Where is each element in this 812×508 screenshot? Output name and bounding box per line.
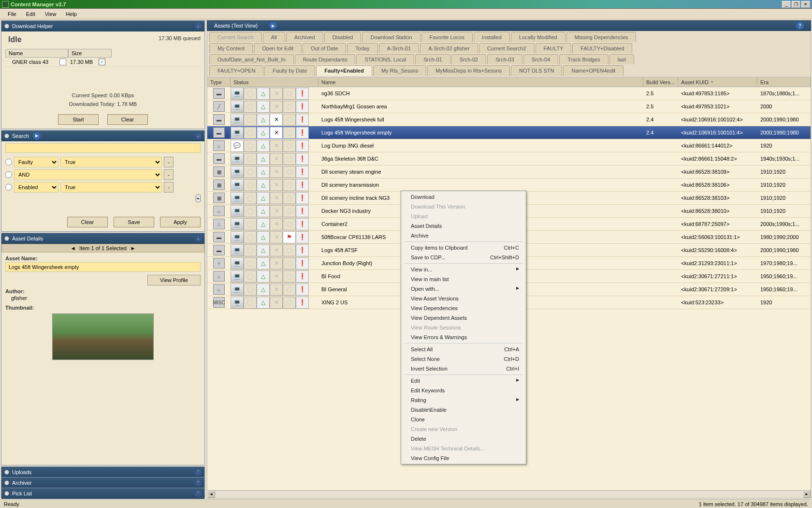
collapse-icon[interactable]: ⌄ [195, 23, 202, 30]
ctx-view-dependent-assets[interactable]: View Dependent Assets [402, 313, 525, 323]
menu-edit[interactable]: Edit [21, 10, 40, 18]
tab-open-for-edit[interactable]: Open for Edit [254, 43, 302, 53]
search-value-2[interactable]: True [60, 182, 162, 193]
tab-my-content[interactable]: My Content [209, 43, 253, 53]
tab-not-dls-stn[interactable]: NOT DLS STN [511, 65, 563, 76]
tab-last[interactable]: last [609, 54, 634, 64]
asset-name-value[interactable]: Logs 45ft Wingersheek empty [5, 262, 201, 272]
search-field-1[interactable]: Faulty [14, 157, 58, 167]
assets-play-icon[interactable]: ▶ [269, 22, 277, 30]
ctx-archive[interactable]: Archive [402, 231, 525, 240]
ctx-rating[interactable]: Rating▶ [402, 395, 525, 405]
search-clear-button[interactable]: Clear [67, 217, 108, 227]
download-helper-header[interactable]: Download Helper ⌄ [1, 21, 204, 31]
collapse-icon[interactable]: ⌄ [195, 235, 202, 242]
tab-srch-04[interactable]: Srch-04 [523, 54, 559, 64]
tab-current-search[interactable]: Current Search [209, 32, 262, 42]
prev-icon[interactable]: ◄ [70, 245, 76, 251]
ctx-view-errors-warnings[interactable]: View Errors & Warnings [402, 332, 525, 342]
tab-today[interactable]: Today [347, 43, 377, 53]
asset-details-header[interactable]: Asset Details ⌄ [1, 233, 204, 244]
col-era[interactable]: Era [757, 77, 811, 87]
ctx-select-none[interactable]: Select NoneCtrl+D [402, 354, 525, 364]
table-row[interactable]: ⌂💬◯△✕▢❗Log Dump 3NG diesel<kuid:86661:14… [207, 139, 811, 152]
panel-uploads[interactable]: Uploads⌃ [1, 466, 205, 477]
table-row[interactable]: ▬💻◯△✕▢❗Logs 45ft Wingersheek full2.4<kui… [207, 113, 811, 126]
tab-faulty-enabled[interactable]: Faulty+Enabled [316, 65, 372, 76]
ctx-view-in-[interactable]: View in...▶ [402, 265, 525, 274]
radio-icon[interactable] [5, 184, 12, 191]
ctx-invert-selection[interactable]: Invert SelectionCtrl+I [402, 364, 525, 374]
search-save-button[interactable]: Save [114, 217, 154, 227]
ctx-select-all[interactable]: Select AllCtrl+A [402, 344, 525, 354]
table-row[interactable]: ╱💻◯△✕▢❗NorthbayMrg1 Gossen area2.5<kuid:… [207, 100, 811, 113]
table-row[interactable]: ▬💻◯△✕▢❗Logs 45ft Wingersheek empty2.4<ku… [207, 126, 811, 139]
radio-icon[interactable] [5, 171, 12, 178]
tab-faulty[interactable]: FAULTY [536, 43, 572, 53]
add-row-button[interactable]: + [196, 194, 201, 202]
tab-route-dependants[interactable]: Route Dependants [295, 54, 356, 64]
ctx-view-in-main-list[interactable]: View in main list [402, 274, 525, 284]
panel-pick-list[interactable]: Pick List⌃ [1, 488, 205, 498]
ctx-view-asset-versions[interactable]: View Asset Versions [402, 294, 525, 303]
ctx-view-dependencies[interactable]: View Dependencies [402, 303, 525, 313]
ctx-delete[interactable]: Delete [402, 434, 525, 444]
menu-help[interactable]: Help [61, 10, 82, 18]
tab-locally-modified[interactable]: Locally Modified [511, 32, 566, 42]
tab-download-station[interactable]: Download Station [362, 32, 420, 42]
download-row[interactable]: GNER class 43 17.30 MB ✓ [5, 58, 201, 67]
scroll-left-icon[interactable]: ◄ [207, 491, 215, 498]
tab-stations-local[interactable]: STATIONS, Local [356, 54, 414, 64]
h-scrollbar[interactable]: ◄ ► [207, 490, 811, 498]
tab-srch-02[interactable]: Srch-02 [451, 54, 487, 64]
search-run-icon[interactable]: ▶ [33, 132, 41, 140]
expand-icon[interactable]: ⌃ [195, 469, 202, 476]
menu-view[interactable]: View [40, 10, 61, 18]
ctx-open-with-[interactable]: Open with...▶ [402, 284, 525, 294]
remove-row-button[interactable]: - [164, 182, 174, 193]
ctx-edit[interactable]: Edit▶ [402, 376, 525, 386]
ctx-view-config-file[interactable]: View Config File [402, 453, 525, 463]
tab-current-search2[interactable]: Current Search2 [479, 43, 535, 53]
search-header[interactable]: Search ▶ ⌄ [1, 131, 204, 141]
tab-name-open4edit[interactable]: Name+OPEN4edit [563, 65, 624, 76]
tab-srch-01[interactable]: Srch-01 [415, 54, 450, 64]
expand-icon[interactable]: ⌃ [195, 479, 202, 486]
tab-outofdate-and-not-built-in[interactable]: OutofDate_and_Not_Built_In [209, 54, 294, 64]
tab-archived[interactable]: Archived [286, 32, 323, 42]
clear-button[interactable]: Clear [107, 114, 148, 125]
restore-button[interactable]: ❐ [792, 1, 800, 8]
ctx-copy-items-to-clipboard[interactable]: Copy items to ClipboardCtrl+C [402, 243, 525, 253]
tab-faulty-open[interactable]: FAULTY+OPEN [209, 65, 263, 76]
tab-missing-dependencies[interactable]: Missing Dependencies [566, 32, 637, 42]
table-row[interactable]: ▦💻◯△✕▢❗Dll scenery transmission<kuid:865… [207, 179, 811, 192]
menu-file[interactable]: File [3, 10, 21, 18]
tab-favorite-locos[interactable]: Favorite Locos [421, 32, 473, 42]
search-apply-button[interactable]: Apply [160, 217, 201, 227]
tab-mymissdeps-in-rts-sessns[interactable]: MyMissDeps in Rts+Sessns [427, 65, 510, 76]
panel-archiver[interactable]: Archiver⌃ [1, 477, 205, 488]
ctx-disable-enable[interactable]: Disable\Enable [402, 405, 525, 415]
tab-disabled[interactable]: Disabled [324, 32, 362, 42]
minimize-button[interactable]: _ [782, 1, 791, 8]
tab-out-of-date[interactable]: Out of Date [303, 43, 346, 53]
ctx-download[interactable]: Download [402, 192, 525, 202]
search-op[interactable]: AND [14, 169, 162, 180]
radio-icon[interactable] [5, 159, 12, 165]
tab-all[interactable]: All [263, 32, 285, 42]
table-row[interactable]: ▬💻◯△✕▢❗36ga Skeleton 36ft D&C<kuid2:8666… [207, 152, 811, 165]
tab-faulty-disabled[interactable]: FAULTY+Disabled [572, 43, 632, 53]
tab-track-bridges[interactable]: Track Bridges [559, 54, 608, 64]
search-text[interactable] [5, 143, 201, 153]
collapse-icon[interactable]: ⌄ [195, 133, 202, 139]
col-type[interactable]: Type [207, 77, 231, 87]
remove-row-button[interactable]: - [164, 169, 174, 180]
search-field-2[interactable]: Enabled [14, 182, 58, 193]
expand-icon[interactable]: ⌃ [195, 490, 202, 497]
ctx-save-to-cdp-[interactable]: Save to CDP...Ctrl+Shift+D [402, 253, 525, 262]
search-value-1[interactable]: True [60, 157, 162, 167]
ctx-edit-keywords[interactable]: Edit Keywords [402, 386, 525, 395]
scroll-track[interactable] [215, 491, 803, 498]
col-kuid[interactable]: Asset KUID▼ [678, 77, 757, 87]
view-profile-button[interactable]: View Profile [147, 275, 201, 285]
